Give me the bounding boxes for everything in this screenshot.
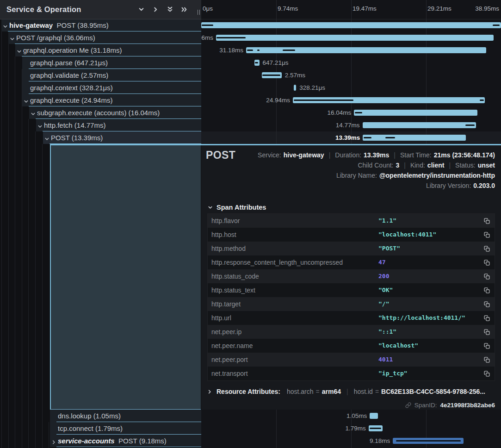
span-bar[interactable] — [393, 438, 464, 444]
copy-value-button[interactable] — [484, 315, 490, 321]
span-bar[interactable] — [363, 122, 476, 128]
copy-value-button[interactable] — [484, 259, 490, 266]
span-bar[interactable] — [254, 60, 260, 66]
span-duration-label: 1.05ms — [346, 410, 367, 422]
attribute-row: http.target"/" — [208, 297, 495, 311]
resource-key: host.arch — [287, 388, 314, 395]
chevron-down-icon[interactable] — [10, 35, 15, 40]
attribute-row: net.peer.ip"::1" — [208, 325, 495, 339]
indent-guide — [35, 131, 36, 448]
span-bar[interactable] — [293, 97, 485, 103]
chevron-right-icon[interactable] — [51, 438, 56, 443]
span-row[interactable]: subgraph.execute (accounts) (16.04ms) — [0, 106, 201, 119]
attribute-key: http.host — [211, 228, 236, 242]
span-bar[interactable] — [216, 35, 494, 41]
collapse-one-level-icon[interactable] — [152, 6, 159, 13]
child-span-mark — [257, 50, 260, 51]
span-bar[interactable] — [363, 135, 466, 141]
timeline-ruler[interactable]: 0μs9.74ms19.47ms29.21ms38.95ms — [201, 0, 501, 19]
span-row[interactable]: POST /graphql (36.06ms) — [0, 31, 201, 44]
separator: | — [394, 151, 396, 159]
span-row[interactable]: hive-gateway POST (38.95ms) — [0, 19, 201, 31]
chevron-down-icon[interactable] — [24, 98, 29, 103]
ruler-tick: 0μs — [203, 5, 213, 12]
copy-value-button[interactable] — [484, 370, 490, 377]
child-span-mark — [370, 428, 382, 429]
column-resize-handle[interactable] — [198, 10, 200, 15]
detail-panel-top-border — [50, 144, 501, 145]
span-row[interactable]: POST (13.39ms) — [0, 131, 201, 144]
indent-guide — [42, 144, 43, 448]
copy-value-button[interactable] — [484, 287, 490, 293]
span-row[interactable]: graphql.validate (2.57ms) — [0, 69, 201, 81]
copy-value-button[interactable] — [484, 301, 490, 307]
expand-one-level-icon[interactable] — [138, 6, 144, 13]
attribute-value: "ip_tcp" — [378, 367, 408, 380]
span-row[interactable]: graphql.execute (24.94ms) — [0, 94, 201, 106]
resource-value: arm64 — [322, 388, 341, 395]
resource-attributes-row[interactable]: Resource Attributes: host.arch=arm64|hos… — [207, 386, 485, 398]
span-bar[interactable] — [370, 413, 377, 419]
span-row-label: hive-gateway POST (38.95ms) — [9, 19, 109, 31]
link-icon[interactable] — [405, 402, 411, 408]
overview-label: Service: — [258, 151, 281, 159]
resource-attributes-values: host.arch=arm64|host.id=BC62E13B-C4CC-58… — [287, 388, 485, 395]
span-detail-panel: POST Service:hive-gateway|Duration:13.39… — [201, 145, 501, 410]
expand-all-icon[interactable] — [167, 6, 173, 13]
span-row-label: graphql.validate (2.57ms) — [30, 69, 108, 81]
span-row[interactable]: graphql.context (328.21μs) — [0, 81, 201, 94]
equals-sign: = — [316, 388, 320, 395]
overview-label: Library Name: — [336, 172, 377, 179]
span-bar[interactable] — [262, 72, 282, 78]
span-duration-label: 24.94ms — [266, 94, 290, 106]
attribute-value: "::1" — [378, 325, 396, 339]
copy-value-button[interactable] — [484, 342, 490, 349]
span-row[interactable]: graphql.parse (647.21μs) — [0, 56, 201, 69]
attribute-row: http.status_text"OK" — [208, 283, 495, 297]
overview-line: Library Version:0.203.0 — [426, 180, 495, 191]
separator: | — [449, 162, 451, 169]
copy-value-button[interactable] — [484, 329, 490, 335]
service-operation-title: Service & Operation — [6, 5, 81, 14]
chevron-down-icon[interactable] — [3, 23, 8, 28]
attribute-key: http.method — [211, 242, 246, 255]
span-row[interactable]: service-accounts POST (9.18ms) — [0, 435, 201, 447]
overview-value: 13.39ms — [364, 151, 389, 159]
attribute-key: net.peer.name — [211, 339, 253, 353]
attribute-key: net.peer.ip — [211, 325, 241, 339]
span-row-label: POST /graphql (36.06ms) — [16, 31, 95, 44]
span-row-label: dns.lookup (1.05ms) — [58, 410, 121, 422]
copy-value-button[interactable] — [484, 218, 490, 224]
span-duration-label: 14.77ms — [336, 119, 360, 131]
span-row[interactable]: graphql.operation Me (31.18ms) — [0, 44, 201, 56]
copy-value-button[interactable] — [484, 356, 490, 363]
span-bar[interactable] — [246, 47, 486, 53]
attribute-value: "localhost:4011" — [378, 228, 436, 242]
attribute-value: "/" — [378, 297, 389, 311]
span-bar[interactable] — [294, 85, 296, 91]
equals-sign: = — [375, 388, 379, 395]
copy-value-button[interactable] — [484, 231, 490, 238]
selected-span-fill — [50, 145, 201, 410]
attribute-value: 200 — [378, 269, 389, 283]
span-attributes-header[interactable]: Span Attributes — [208, 204, 266, 211]
chevron-down-icon[interactable] — [17, 48, 22, 53]
copy-value-button[interactable] — [484, 273, 490, 280]
span-row[interactable]: http.fetch (14.77ms) — [0, 119, 201, 131]
copy-value-button[interactable] — [484, 245, 490, 252]
span-row[interactable]: dns.lookup (1.05ms) — [0, 410, 201, 422]
attribute-value: "http://localhost:4011/" — [378, 311, 465, 325]
span-row[interactable]: tcp.connect (1.79ms) — [0, 422, 201, 435]
chevron-down-icon[interactable] — [31, 110, 36, 115]
overview-value: 0.203.0 — [473, 182, 495, 189]
chevron-down-icon[interactable] — [37, 123, 43, 128]
attribute-key: net.peer.port — [211, 353, 248, 367]
chevron-down-icon[interactable] — [44, 135, 49, 140]
collapse-all-icon[interactable] — [181, 6, 187, 13]
span-bar[interactable] — [369, 425, 383, 431]
attribute-key: http.response_content_length_uncompresse… — [211, 255, 343, 269]
attribute-row: net.transport"ip_tcp" — [208, 367, 495, 380]
span-bar[interactable] — [354, 110, 477, 116]
child-span-mark — [364, 137, 371, 138]
span-bar[interactable] — [201, 22, 501, 28]
